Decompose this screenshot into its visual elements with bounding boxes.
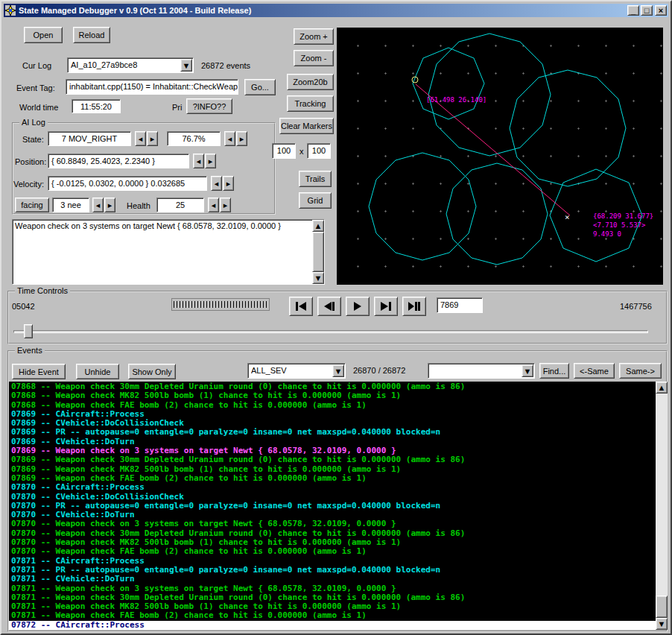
reload-button[interactable]: Reload (73, 27, 110, 43)
log-line[interactable]: 07869 -- PR -- autopause=0 entangle=0 pa… (11, 428, 656, 437)
close-button[interactable]: × (655, 5, 667, 16)
scroll-down-button[interactable]: ▼ (312, 272, 324, 284)
clear-markers-button[interactable]: Clear Markers (279, 118, 334, 134)
log-line[interactable]: 07869 -- Weapon check 30mm Depleted Uran… (11, 455, 656, 464)
log-line[interactable]: 07870 -- CAircraft::Process (11, 483, 656, 492)
find-select[interactable]: ▼ (428, 363, 535, 379)
event-log[interactable]: 07868 -- Weapon check 30mm Depleted Uran… (9, 382, 656, 630)
severity-filter-select[interactable]: ALL_SEV ▼ (247, 363, 346, 379)
position-prev-button[interactable]: ◂ (193, 154, 204, 168)
log-line[interactable]: 07871 -- Weapon check on 3 systems on ta… (11, 584, 656, 593)
play-button[interactable] (346, 297, 370, 316)
time-controls-title: Time Controls (15, 286, 70, 296)
scroll-down-button[interactable]: ▼ (656, 618, 668, 630)
grid-button[interactable]: Grid (299, 192, 332, 209)
position-field[interactable]: { 60.8849, 25.4023, 2.2340 } (48, 154, 189, 168)
tracking-button[interactable]: Tracking (287, 95, 334, 112)
world-map-canvas[interactable]: [61.498 26.140] × {68.209 31.677} <7.710… (337, 28, 663, 285)
time-range-end: 1467756 (620, 302, 652, 312)
scroll-down-icon: ▼ (658, 619, 666, 628)
severity-filter-value: ALL_SEV (251, 365, 332, 376)
position-next-button[interactable]: ▸ (205, 154, 216, 168)
titlebar[interactable]: State Managed Debugger v 0.9 (Oct 11 200… (4, 4, 668, 17)
time-ruler[interactable] (171, 298, 270, 311)
facing-field[interactable]: 3 nee (52, 198, 89, 212)
show-only-button[interactable]: Show Only (128, 364, 176, 379)
state-field[interactable]: 7 MOV_RIGHT (48, 131, 131, 146)
view-width-field[interactable]: 100 (272, 143, 296, 159)
scroll-up-icon: ▲ (658, 383, 666, 392)
health-prev-button[interactable]: ◂ (208, 198, 219, 212)
arrow-left-icon: ◂ (215, 179, 219, 189)
ai-detail-scrollbar[interactable]: ▲ ▼ (312, 220, 324, 284)
trails-button[interactable]: Trails (299, 171, 332, 187)
prev-same-button[interactable]: <-Same (574, 363, 615, 379)
velocity-prev-button[interactable]: ◂ (211, 176, 222, 191)
play-icon (352, 302, 364, 311)
time-slider-thumb[interactable] (24, 324, 33, 338)
arrow-right-icon: ▸ (209, 157, 213, 166)
cur-log-select[interactable]: AI_a10_27a9bce8 ▼ (67, 57, 194, 73)
facing-next-button[interactable]: ▸ (104, 198, 115, 212)
log-line[interactable]: 07871 -- Weapon check FAE bomb (2) chanc… (11, 611, 656, 620)
facing-prev-button[interactable]: ◂ (92, 198, 104, 212)
zoom-out-button[interactable]: Zoom - (294, 50, 334, 66)
scrollbar-thumb[interactable] (312, 232, 324, 272)
step-forward-button[interactable] (374, 297, 398, 316)
skip-start-icon (295, 302, 307, 311)
find-button[interactable]: Find... (539, 363, 569, 379)
trail-path (413, 48, 484, 119)
log-line[interactable]: 07871 -- CVehicle::DoTurn (11, 575, 656, 584)
scroll-up-button[interactable]: ▲ (656, 382, 668, 394)
state-pct-prev-button[interactable]: ◂ (224, 131, 235, 146)
pri-info-button[interactable]: ?INFO?? (186, 98, 232, 114)
scroll-up-button[interactable]: ▲ (312, 220, 324, 232)
go-button[interactable]: Go... (244, 79, 276, 95)
open-button[interactable]: Open (24, 27, 63, 43)
zoom20b-button[interactable]: Zoom20b (287, 74, 334, 90)
current-frame-field[interactable]: 7869 (437, 297, 483, 313)
unhide-button[interactable]: Unhide (76, 364, 119, 379)
trail-path (428, 34, 551, 156)
ai-detail-box[interactable]: Weapon check on 3 systems on target Newt… (12, 219, 325, 285)
skip-end-button[interactable] (402, 297, 426, 316)
hide-event-button[interactable]: Hide Event (12, 364, 66, 379)
window-title: State Managed Debugger v 0.9 (Oct 11 200… (19, 6, 626, 15)
log-line[interactable]: 07868 -- Weapon check MK82 500lb bomb (1… (11, 391, 656, 400)
health-field[interactable]: 25 (156, 198, 204, 212)
state-next-button[interactable]: ▸ (147, 131, 158, 146)
health-next-button[interactable]: ▸ (220, 198, 231, 212)
world-time-field[interactable]: 11:55:20 (72, 99, 121, 113)
state-prev-button[interactable]: ◂ (135, 131, 146, 146)
event-log-scrollbar[interactable]: ▲ ▼ (656, 382, 668, 630)
close-icon: × (659, 7, 663, 14)
app-window: State Managed Debugger v 0.9 (Oct 11 200… (0, 0, 672, 635)
find-dropdown-button[interactable]: ▼ (522, 364, 533, 377)
log-line[interactable]: 07870 -- Weapon check FAE bomb (2) chanc… (11, 547, 656, 556)
log-line[interactable]: 07872 -- CAircraft::Process (9, 621, 656, 630)
step-back-button[interactable] (317, 297, 341, 316)
health-label: Health (127, 201, 150, 211)
cross-marker-icon: × (565, 212, 570, 222)
facing-button[interactable]: facing (15, 198, 49, 212)
next-same-button[interactable]: Same-> (619, 363, 662, 379)
view-height-field[interactable]: 100 (307, 143, 331, 159)
scrollbar-thumb[interactable] (656, 595, 668, 618)
event-tag-field[interactable]: inhabitant.cpp(1150) = Inhabitant::Check… (66, 79, 238, 95)
zoom-in-button[interactable]: Zoom + (294, 28, 334, 45)
velocity-field[interactable]: { -0.0125, 0.0302, 0.0000 } 0.032685 (48, 176, 207, 191)
minimize-button[interactable]: _ (627, 5, 639, 16)
app-icon (5, 5, 16, 16)
time-slider-track[interactable] (13, 330, 648, 333)
maximize-button[interactable]: □ (641, 5, 653, 16)
cur-log-dropdown-button[interactable]: ▼ (180, 59, 192, 72)
skip-start-button[interactable] (289, 297, 313, 316)
state-pct-field[interactable]: 76.7% (167, 131, 221, 146)
state-pct-next-button[interactable]: ▸ (236, 131, 247, 146)
velocity-next-button[interactable]: ▸ (223, 176, 234, 191)
severity-dropdown-button[interactable]: ▼ (332, 364, 344, 377)
log-line[interactable]: 07870 -- Weapon check on 3 systems on ta… (11, 519, 656, 528)
log-line[interactable]: 07870 -- CVehicle::DoCollisionCheck (11, 493, 656, 502)
trail-overlay: [61.498 26.140] × {68.209 31.677} <7.710… (337, 28, 663, 285)
arrow-right-icon: ▸ (240, 134, 244, 144)
